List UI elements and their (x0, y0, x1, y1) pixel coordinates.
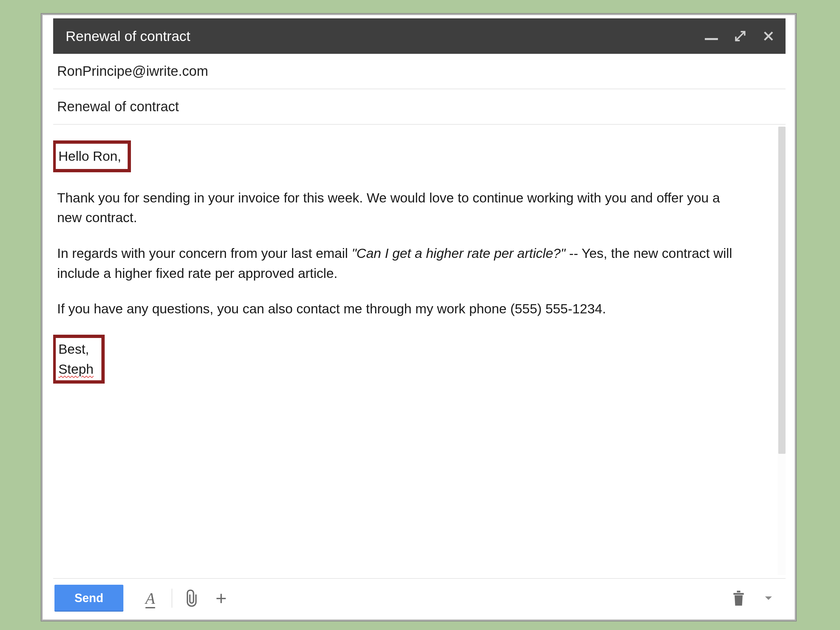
trash-icon (732, 590, 745, 607)
attach-button[interactable] (185, 589, 200, 607)
signature-highlight: Best, Steph (53, 335, 105, 384)
expand-button[interactable] (734, 30, 746, 42)
titlebar: Renewal of contract (53, 18, 786, 54)
body-paragraph-2: In regards with your concern from your l… (57, 243, 740, 283)
close-icon (763, 30, 774, 42)
caret-down-icon (764, 595, 773, 601)
scrollbar[interactable] (778, 127, 786, 575)
signature-name: Steph (58, 359, 93, 379)
send-button[interactable]: Send (54, 585, 123, 612)
recipient-value: RonPrincipe@iwrite.com (57, 63, 208, 79)
insert-button[interactable]: + (216, 589, 227, 608)
signoff-text: Best, (58, 339, 93, 359)
greeting-text: Hello Ron, (58, 148, 121, 164)
body-paragraph-3: If you have any questions, you can also … (57, 299, 740, 319)
minimize-button[interactable] (705, 32, 718, 40)
svg-rect-1 (737, 591, 741, 592)
subject-value: Renewal of contract (57, 99, 179, 115)
to-field[interactable]: RonPrincipe@iwrite.com (53, 54, 786, 89)
email-body[interactable]: Hello Ron, Thank you for sending in your… (53, 125, 786, 578)
paperclip-icon (185, 589, 200, 607)
window-controls (705, 30, 774, 42)
discard-button[interactable] (732, 590, 745, 607)
compose-window-frame: Renewal of contract R (41, 14, 796, 621)
greeting-highlight: Hello Ron, (53, 141, 131, 172)
body-paragraph-1: Thank you for sending in your invoice fo… (57, 188, 740, 228)
minimize-icon (705, 38, 718, 40)
format-button[interactable]: A (141, 589, 159, 607)
compose-window: Renewal of contract R (53, 18, 786, 617)
close-button[interactable] (763, 30, 774, 42)
svg-rect-0 (733, 593, 744, 595)
more-options-button[interactable] (755, 595, 782, 601)
compose-toolbar: Send A + (53, 578, 786, 617)
expand-icon (734, 30, 746, 42)
window-title: Renewal of contract (66, 28, 705, 44)
quoted-text: "Can I get a higher rate per article?" (352, 246, 565, 261)
subject-field[interactable]: Renewal of contract (53, 89, 786, 125)
toolbar-divider (172, 589, 172, 608)
scrollbar-thumb[interactable] (778, 127, 786, 454)
